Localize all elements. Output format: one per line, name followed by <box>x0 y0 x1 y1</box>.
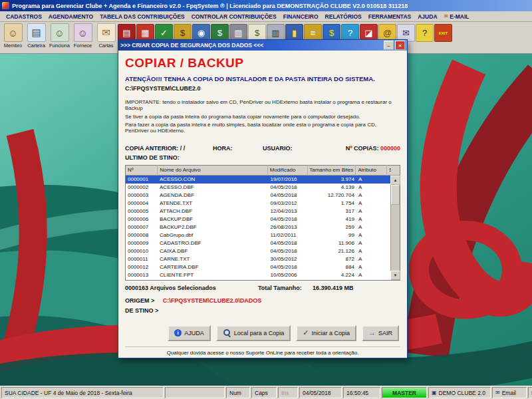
menu-item-cadastros[interactable]: CADASTROS <box>3 13 45 20</box>
info-icon: i <box>174 329 182 336</box>
status-panel-time: 16:50:45 <box>343 387 380 398</box>
window-title: Programa para Gerenciar Clube + Agenda e… <box>12 3 408 9</box>
origin-path: C:\FPQSYSTEM\CLUBE2.0\DADOS <box>163 297 262 304</box>
table-row[interactable]: 0000004ATENDE.TXT09/03/20121.754A <box>126 200 391 207</box>
supplier-button[interactable]: ☺Fornece <box>71 23 94 49</box>
table-cell: CARNE.TXT <box>158 256 268 262</box>
column-header-modificado[interactable]: Modificado <box>268 165 308 176</box>
menu-item-controlar-contribui-es[interactable]: CONTROLAR CONTRIBUIÇÕES <box>188 13 280 20</box>
file-table-body: 0000001ACESSO.CON19/07/20163.974A0000002… <box>126 176 391 280</box>
column-header-nome-do-arquivo[interactable]: Nome do Arquivo <box>158 165 267 176</box>
summary-row: 0000163 Arquivos Selecionados Total Tama… <box>125 285 400 291</box>
table-cell: A <box>356 216 387 222</box>
table-row[interactable]: 0000002ACESSO.DBF04/05/20184.139A <box>126 184 391 192</box>
table-cell: 0000011 <box>126 256 158 262</box>
dialog-titlebar[interactable]: >>> CRIAR COPIA DE SEGURANÇA DOS DADOS <… <box>118 40 407 51</box>
table-row[interactable]: 0000007BACKUP2.DBF26/08/2013259A <box>126 223 391 231</box>
scroll-thumb[interactable] <box>391 185 400 205</box>
backup-info-row: COPIA ANTERIOR: / / HORA: USUARIO: Nº CO… <box>125 145 400 152</box>
table-cell: CabGrupo.dbf <box>158 232 268 238</box>
menu-item-tabela-das-contribui-es[interactable]: TABELA DAS CONTRIBUIÇÕES <box>96 13 188 20</box>
table-row[interactable]: 0000009CADASTRO.DBF04/05/201811.906A <box>126 239 391 247</box>
destination-row: DE STINO > <box>125 307 400 314</box>
dialog-close-button[interactable]: × <box>395 41 405 50</box>
exit-button-label: SAIR <box>378 330 392 336</box>
table-cell: 419 <box>308 216 356 222</box>
letters-button[interactable]: ✉Cartas <box>94 23 118 49</box>
copies-label: Nº COPIAS: <box>346 145 379 152</box>
table-row[interactable]: 0000006BACKUP.DBF04/05/2018419A <box>126 215 391 223</box>
table-cell: 04/05/2018 <box>269 184 309 190</box>
selected-files-summary: 0000163 Arquivos Selecionados <box>125 285 258 291</box>
previous-copy: COPIA ANTERIOR: / / <box>125 145 213 152</box>
table-cell: 4.139 <box>308 184 356 190</box>
menu-item-financeiro[interactable]: FINANCEIRO <box>280 13 322 20</box>
column-header-status[interactable]: Status <box>387 165 391 176</box>
help-button[interactable]: i AJUDA <box>168 325 211 341</box>
table-row[interactable]: 0000011CARNE.TXT30/05/2012872A <box>126 255 391 263</box>
total-size-value: 16.390.419 MB <box>313 285 354 291</box>
table-row[interactable]: 0000012CARTEIRA.DBF04/05/2018884A <box>126 263 391 271</box>
scroll-up-button[interactable]: ▲ <box>390 176 400 185</box>
dialog-minimize-button[interactable]: – <box>384 41 394 50</box>
table-cell: CARTEIRA.DBF <box>158 264 268 270</box>
start-copy-label: Iniciar a Copia <box>311 330 350 336</box>
system-path: C:\FPQSYSTEM\CLUBE2.0 <box>125 85 400 92</box>
table-row[interactable]: 0000003AGENDA.DBF04/05/201812.720.704A <box>126 192 391 200</box>
table-cell: BACKUP2.DBF <box>158 224 268 230</box>
table-cell: 0000007 <box>126 224 158 230</box>
window-titlebar: Programa para Gerenciar Clube + Agenda e… <box>0 0 532 11</box>
table-cell: 09/03/2012 <box>269 200 309 206</box>
table-cell: AGENDA.DBF <box>158 192 268 198</box>
menu-item-ajuda[interactable]: AJUDA <box>414 13 440 20</box>
table-cell: 0000010 <box>126 248 158 254</box>
table-row[interactable]: 0000013CLIENTE.FPT10/05/20064.224A <box>126 271 391 279</box>
table-row[interactable]: 0000005ATTACH.DBF12/04/2013317A <box>126 207 391 215</box>
current-user-text: MASTER <box>392 390 416 396</box>
table-cell: 04/05/2018 <box>269 248 309 254</box>
backup-dialog: >>> CRIAR COPIA DE SEGURANÇA DOS DADOS <… <box>118 39 408 358</box>
table-cell: ACESSO.DBF <box>158 184 268 190</box>
column-header-tamanho-em-bites[interactable]: Tamanho em Bites <box>308 165 356 176</box>
members-button[interactable]: ☺Membro <box>1 23 25 49</box>
dialog-heading: COPIAR / BACKUP <box>125 56 400 70</box>
members-icon: ☺ <box>4 23 23 42</box>
arrow-icon: → <box>368 329 376 336</box>
magnifier-icon <box>223 329 231 337</box>
menu-item-agendamento[interactable]: AGENDAMENTO <box>45 13 96 20</box>
note-line: Se tiver a copia da pasta inteira do pro… <box>125 114 400 120</box>
table-row[interactable]: 0000008CabGrupo.dbf11/02/201199A <box>126 231 391 239</box>
origin-row: ORIGEM > C:\FPQSYSTEM\CLUBE2.0\DADOS <box>125 297 400 304</box>
menu-item-e-mail[interactable]: ✉E-MAIL <box>441 13 473 20</box>
table-row[interactable]: 0000001ACESSO.CON19/07/20163.974A <box>126 176 391 184</box>
start-copy-button[interactable]: ✓ Iniciar a Copia <box>296 325 356 341</box>
table-cell: 11.906 <box>308 240 356 246</box>
column-header-n[interactable]: Nº <box>126 165 158 176</box>
table-scrollbar[interactable]: ▲ ▼ <box>390 176 400 280</box>
status-panel-email[interactable]: ✉Email <box>492 387 527 398</box>
exit-button[interactable]: → SAIR <box>362 325 399 341</box>
table-cell: 19/07/2016 <box>269 176 309 182</box>
column-header-atributo[interactable]: Atributo <box>356 165 387 176</box>
previous-copy-label: COPIA ANTERIOR: <box>125 145 178 152</box>
menu-item-ferramentas[interactable]: FERRAMENTAS <box>365 13 415 20</box>
table-cell: A <box>356 240 387 246</box>
scroll-down-button[interactable]: ▼ <box>390 271 400 280</box>
help-icon[interactable]: ? <box>416 24 434 42</box>
table-cell: 0000006 <box>126 216 158 222</box>
table-cell: 0000004 <box>126 200 158 206</box>
table-cell: 3.974 <box>308 176 356 182</box>
hour-label: HORA: <box>213 145 263 152</box>
table-cell: A <box>356 192 387 198</box>
application-window: Programa para Gerenciar Clube + Agenda e… <box>0 0 532 399</box>
employee-button[interactable]: ☺Funciona <box>48 23 71 49</box>
menu-item-relat-rios[interactable]: RELATÓRIOS <box>322 13 365 20</box>
choose-location-button[interactable]: Local para a Copia <box>216 325 291 341</box>
toolbar-button-label: Cartas <box>98 43 113 49</box>
table-row[interactable]: 0000010CAIXA.DBF04/05/201821.126A <box>126 247 391 255</box>
user-label: USUARIO: <box>263 145 336 152</box>
status-panel-insert-mode: Ins <box>278 387 298 398</box>
table-cell: 0000001 <box>126 176 158 182</box>
wallet-button[interactable]: ▤Carteira <box>25 23 48 49</box>
exit-door-icon[interactable]: EXIT <box>434 24 452 42</box>
